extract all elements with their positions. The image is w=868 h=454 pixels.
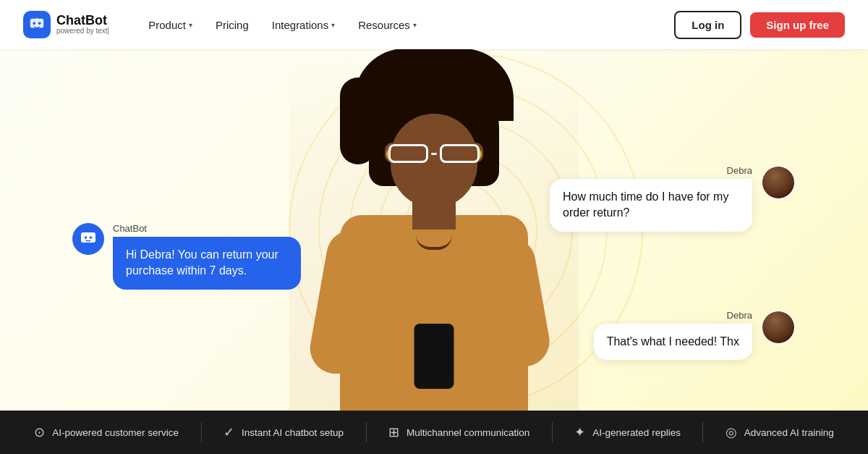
chevron-down-icon: ▾ (413, 21, 417, 29)
navbar: ChatBot powered by text| Product ▾ Prici… (0, 0, 868, 49)
instant-setup-icon: ✓ (224, 424, 234, 440)
signup-button[interactable]: Sign up free (750, 12, 845, 38)
glasses-left-frame (388, 144, 428, 163)
user-avatar-2 (761, 310, 796, 345)
feature-3-label: Multichannel communication (407, 427, 529, 438)
login-button[interactable]: Log in (674, 11, 741, 39)
feature-4: ✦ AI-generated replies (574, 424, 681, 440)
user-message-2-wrapper: Debra That's what I needed! Thx (594, 310, 752, 360)
chatbot-bubble-container: ChatBot Hi Debra! You can return your pu… (72, 223, 301, 290)
nav-item-resources[interactable]: Resources ▾ (348, 13, 427, 37)
feature-5: ◎ Advanced AI training (726, 424, 834, 440)
logo-text: ChatBot powered by text| (56, 14, 109, 35)
separator-1 (201, 422, 202, 442)
nav-item-pricing[interactable]: Pricing (205, 13, 259, 37)
logo-name: ChatBot (56, 14, 109, 27)
nav-actions: Log in Sign up free (674, 11, 845, 39)
separator-4 (702, 422, 703, 442)
feature-5-label: Advanced AI training (744, 427, 834, 438)
chatbot-logo-svg (29, 17, 45, 33)
multichannel-icon: ⊞ (388, 424, 399, 440)
separator-2 (366, 422, 367, 442)
feature-2-label: Instant AI chatbot setup (242, 427, 344, 438)
chatbot-label: ChatBot (113, 223, 301, 234)
chatbot-icon (80, 230, 97, 248)
hero-person (289, 49, 579, 411)
feature-4-label: AI-generated replies (592, 427, 681, 438)
user-message-2: That's what I needed! Thx (594, 324, 752, 360)
figure-glasses (387, 143, 481, 164)
svg-point-1 (33, 22, 36, 25)
ai-training-icon: ◎ (726, 424, 737, 440)
chatbot-avatar (72, 223, 104, 255)
hero-section: ChatBot Hi Debra! You can return your pu… (0, 49, 868, 411)
chevron-down-icon: ▾ (331, 21, 335, 29)
user-message-1: How much time do I have for my order ret… (550, 179, 752, 232)
svg-point-2 (38, 22, 41, 25)
user-label-1: Debra (727, 165, 752, 176)
user-avatar-inner-2 (762, 311, 794, 343)
bottom-bar: ⊙ AI-powered customer service ✓ Instant … (0, 411, 868, 454)
ai-powered-icon: ⊙ (34, 424, 45, 440)
svg-point-5 (85, 236, 88, 239)
user-bubble-2-container: Debra That's what I needed! Thx (594, 310, 796, 360)
ai-replies-icon: ✦ (574, 424, 585, 440)
user-avatar-1 (761, 165, 796, 200)
glasses-right-frame (440, 144, 480, 163)
user-message-1-wrapper: Debra How much time do I have for my ord… (550, 165, 752, 232)
feature-3: ⊞ Multichannel communication (388, 424, 529, 440)
feature-2: ✓ Instant AI chatbot setup (224, 424, 344, 440)
logo-sub: powered by text| (56, 27, 109, 35)
feature-1-label: AI-powered customer service (52, 427, 179, 438)
figure-phone (414, 324, 454, 389)
user-avatar-inner-1 (762, 167, 794, 198)
person-figure (289, 49, 579, 411)
logo[interactable]: ChatBot powered by text| (23, 11, 109, 38)
svg-rect-0 (30, 19, 43, 28)
chatbot-message-wrapper: ChatBot Hi Debra! You can return your pu… (113, 223, 301, 290)
svg-rect-3 (36, 18, 38, 20)
nav-links: Product ▾ Pricing Integrations ▾ Resourc… (138, 13, 674, 37)
feature-1: ⊙ AI-powered customer service (34, 424, 179, 440)
separator-3 (552, 422, 553, 442)
user-label-2: Debra (727, 310, 752, 321)
chatbot-message: Hi Debra! You can return your purchase w… (113, 237, 301, 290)
chevron-down-icon: ▾ (189, 21, 192, 29)
user-bubble-1-container: Debra How much time do I have for my ord… (550, 165, 796, 232)
nav-item-integrations[interactable]: Integrations ▾ (262, 13, 345, 37)
glasses-bridge (431, 153, 437, 155)
logo-icon (23, 11, 51, 38)
svg-point-6 (90, 236, 93, 239)
nav-item-product[interactable]: Product ▾ (138, 13, 203, 37)
